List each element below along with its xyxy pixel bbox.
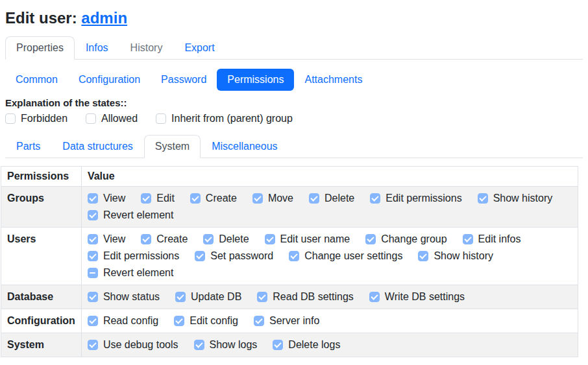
empty-checkbox-icon[interactable] [156, 113, 166, 124]
permission-checkbox[interactable]: Edit [141, 190, 175, 207]
permission-checkbox[interactable]: View [88, 190, 125, 207]
permission-checkbox[interactable]: Read DB settings [257, 288, 354, 305]
checkbox-label: Create [206, 193, 237, 204]
checkbox-label: Edit permissions [386, 193, 461, 204]
checkbox-label: Inherit from (parent) group [171, 113, 293, 124]
table-header-row: Permissions Value [1, 167, 578, 187]
permission-checkbox-group: View Edit Create Move Delete Edit permis… [88, 190, 572, 224]
permission-checkbox[interactable]: Show status [88, 288, 160, 305]
checkbox-label: Update DB [191, 291, 241, 303]
checkbox-icon[interactable] [254, 316, 264, 326]
permission-checkbox[interactable]: Edit user name [265, 231, 350, 248]
legend-checkbox-inherit[interactable]: Inherit from (parent) group [156, 113, 293, 124]
legend-states: Forbidden Allowed Inherit from (parent) … [5, 113, 583, 124]
permission-checkbox[interactable]: Read config [88, 312, 158, 329]
permission-checkbox[interactable]: Edit permissions [88, 248, 179, 265]
checkbox-icon[interactable] [194, 340, 204, 350]
checkbox-icon[interactable] [203, 234, 214, 244]
tab-export[interactable]: Export [173, 36, 225, 60]
subtab-configuration[interactable]: Configuration [68, 69, 151, 91]
checkbox-label: Edit [156, 193, 175, 204]
checkbox-icon[interactable] [88, 292, 98, 302]
tab-properties[interactable]: Properties [5, 36, 75, 60]
permission-checkbox[interactable]: Create [190, 190, 237, 207]
permission-value-cell: View Edit Create Move Delete Edit permis… [81, 187, 578, 228]
permission-checkbox[interactable]: Revert element [88, 265, 174, 281]
subtab-attachments[interactable]: Attachments [294, 69, 373, 91]
checkbox-icon[interactable] [365, 234, 376, 244]
tab-parts[interactable]: Parts [5, 135, 51, 158]
permission-checkbox[interactable]: Delete [203, 231, 249, 248]
subtab-password[interactable]: Password [151, 69, 217, 91]
permission-checkbox[interactable]: Write DB settings [369, 288, 465, 305]
permission-checkbox[interactable]: Move [252, 190, 293, 207]
tab-history: History [119, 36, 174, 60]
checkbox-icon[interactable] [252, 193, 263, 204]
checkbox-icon[interactable] [289, 251, 299, 261]
checkbox-label: Edit user name [280, 233, 350, 245]
checkbox-icon[interactable] [257, 292, 267, 302]
checkbox-icon[interactable] [88, 268, 98, 278]
tab-miscellaneous[interactable]: Miscellaneous [201, 135, 288, 158]
permission-checkbox[interactable]: Delete logs [273, 336, 340, 353]
checkbox-label: Server info [269, 315, 319, 327]
user-link[interactable]: admin [81, 9, 127, 27]
permission-category-label: Users [1, 228, 82, 285]
permission-checkbox[interactable]: Set password [195, 248, 273, 265]
checkbox-icon[interactable] [141, 234, 151, 244]
checkbox-label: Show logs [210, 339, 258, 351]
permission-checkbox[interactable]: Show logs [194, 336, 258, 353]
permission-checkbox[interactable]: Update DB [175, 288, 241, 305]
permission-checkbox[interactable]: Change user settings [289, 248, 402, 265]
checkbox-icon[interactable] [463, 234, 473, 244]
checkbox-label: Edit permissions [103, 250, 179, 262]
checkbox-label: Forbidden [21, 113, 67, 124]
legend-checkbox-allowed[interactable]: Allowed [86, 113, 138, 124]
tab-infos[interactable]: Infos [75, 36, 119, 60]
permission-checkbox[interactable]: View [88, 231, 125, 248]
checkbox-label: Edit config [190, 315, 238, 327]
tab-system[interactable]: System [144, 135, 201, 158]
checkbox-icon[interactable] [309, 193, 319, 204]
checkbox-label: Change user settings [304, 250, 402, 262]
permission-checkbox[interactable]: Edit permissions [370, 190, 461, 207]
checkbox-icon[interactable] [88, 316, 98, 326]
tab-data-structures[interactable]: Data structures [51, 135, 143, 158]
permission-checkbox[interactable]: Edit config [174, 312, 238, 329]
legend-checkbox-forbidden[interactable]: Forbidden [5, 113, 67, 124]
checkbox-icon[interactable] [273, 340, 283, 350]
subtab-common[interactable]: Common [5, 69, 68, 91]
checkbox-label: Show history [434, 250, 493, 262]
checkbox-label: View [103, 233, 125, 245]
checkbox-icon[interactable] [174, 316, 184, 326]
checkbox-label: Move [268, 193, 293, 204]
permission-checkbox[interactable]: Edit infos [463, 231, 521, 248]
permission-checkbox[interactable]: Use debug tools [88, 336, 178, 353]
empty-checkbox-icon[interactable] [5, 113, 16, 124]
checkbox-icon[interactable] [88, 210, 98, 220]
checkbox-icon[interactable] [88, 234, 98, 244]
checkbox-icon[interactable] [478, 193, 488, 204]
permission-checkbox[interactable]: Delete [309, 190, 354, 207]
checkbox-icon[interactable] [190, 193, 201, 204]
permission-checkbox[interactable]: Show history [478, 190, 553, 207]
checkbox-icon[interactable] [265, 234, 275, 244]
page-title: Edit user: admin [5, 9, 583, 27]
checkbox-icon[interactable] [369, 292, 380, 302]
empty-checkbox-icon[interactable] [86, 113, 96, 124]
permission-checkbox[interactable]: Change group [365, 231, 447, 248]
subtab-permissions[interactable]: Permissions [217, 69, 294, 91]
checkbox-icon[interactable] [88, 251, 98, 261]
checkbox-icon[interactable] [370, 193, 380, 204]
permission-checkbox[interactable]: Show history [418, 248, 493, 265]
checkbox-icon[interactable] [141, 193, 151, 204]
checkbox-icon[interactable] [175, 292, 186, 302]
permission-checkbox[interactable]: Server info [254, 312, 319, 329]
checkbox-icon[interactable] [195, 251, 205, 261]
permission-checkbox[interactable]: Create [141, 231, 188, 248]
checkbox-icon[interactable] [418, 251, 428, 261]
checkbox-icon[interactable] [88, 340, 98, 350]
checkbox-icon[interactable] [88, 193, 98, 204]
main-tab-bar: Properties Infos History Export [5, 36, 583, 60]
permission-checkbox[interactable]: Revert element [88, 207, 174, 224]
